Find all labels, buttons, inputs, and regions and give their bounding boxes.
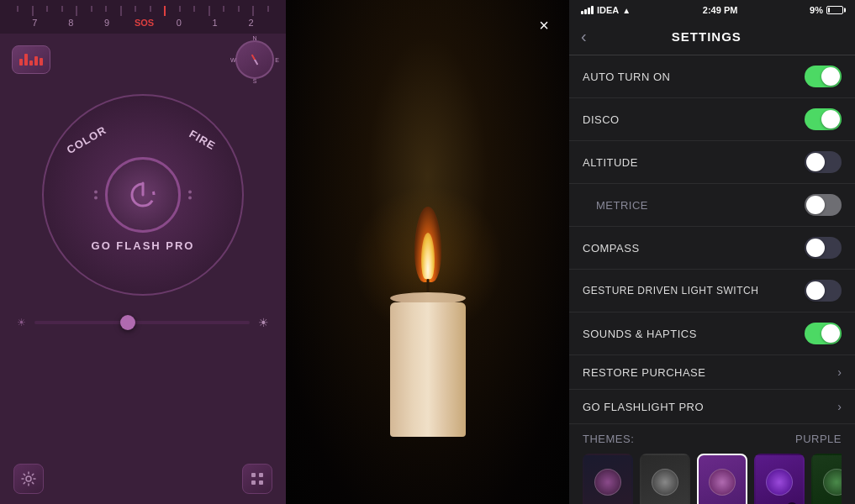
compass-west-label: W xyxy=(230,57,236,63)
signal-bar xyxy=(581,11,583,14)
settings-row-altitude: ALTITUDE xyxy=(569,141,855,184)
power-icon xyxy=(126,178,160,212)
wifi-icon: ▲ xyxy=(622,6,631,15)
eq-bar xyxy=(34,56,38,66)
ruler-label: 9 xyxy=(98,18,115,28)
brightness-slider[interactable] xyxy=(34,321,250,324)
ruler-marks: 7 8 9 SOS 0 1 2 xyxy=(8,6,277,28)
settings-row-restore[interactable]: RESTORE PURCHASE › xyxy=(569,355,855,390)
flame xyxy=(414,207,441,282)
eq-bar xyxy=(24,54,28,66)
theme-mini-wheel xyxy=(652,469,678,496)
fire-segment-label[interactable]: FIRE xyxy=(187,128,219,153)
settings-list: AUTO TURN ON DISCO ALTITUDE METRICE xyxy=(569,55,855,504)
compass-widget[interactable]: N S E W xyxy=(235,40,274,79)
svg-rect-6 xyxy=(259,480,263,485)
eq-bar xyxy=(40,58,43,66)
setting-label: GO FLASHLIGHT PRO xyxy=(583,401,704,413)
ruler-label: 2 xyxy=(242,18,259,28)
theme-mini-wheel xyxy=(594,469,621,496)
carrier-label: IDEA xyxy=(597,5,619,15)
settings-row-disco: DISCO xyxy=(569,98,855,141)
gear-icon xyxy=(21,471,36,486)
theme-dark-thumb[interactable] xyxy=(583,454,633,504)
color-segment-label[interactable]: COLOR xyxy=(65,123,108,156)
chevron-icon: › xyxy=(837,365,842,379)
theme-mini-wheel xyxy=(709,469,736,496)
brightness-low-icon: ☀ xyxy=(17,317,26,328)
compass-toggle[interactable] xyxy=(805,237,842,259)
altitude-toggle[interactable] xyxy=(805,151,842,173)
ruler-tick xyxy=(76,6,77,16)
gesture-toggle[interactable] xyxy=(805,280,842,302)
theme-violet-thumb[interactable]: 🔒 xyxy=(754,454,805,504)
nav-bar: ‹ SETTINGS xyxy=(569,18,855,55)
toggle-thumb xyxy=(821,324,840,343)
eq-bar xyxy=(29,60,33,66)
theme-mini-wheel xyxy=(766,469,793,496)
brightness-row: ☀ ☀ xyxy=(0,304,286,341)
power-button[interactable] xyxy=(105,157,181,233)
battery-percent: 9% xyxy=(810,5,823,15)
wheel-container: COLOR FIRE GO FLASH PRO xyxy=(42,94,244,296)
settings-row-gesture: GESTURE DRIVEN LIGHT SWITCH xyxy=(569,270,855,312)
theme-gray-thumb[interactable] xyxy=(640,454,690,504)
equalizer-button[interactable] xyxy=(12,45,50,74)
status-left: IDEA ▲ xyxy=(581,5,631,15)
ruler-tick xyxy=(32,6,34,16)
setting-label: DISCO xyxy=(583,113,620,126)
eq-bar xyxy=(19,59,23,66)
metrice-toggle[interactable] xyxy=(805,194,842,216)
settings-button[interactable] xyxy=(13,464,44,494)
candle-scene xyxy=(286,0,569,504)
ruler-tick xyxy=(61,6,63,12)
compass-north-label: N xyxy=(252,35,256,41)
ruler: 7 8 9 SOS 0 1 2 xyxy=(0,0,286,34)
signal-bar xyxy=(588,8,590,14)
ruler-tick xyxy=(208,6,210,16)
close-button[interactable]: × xyxy=(532,13,556,37)
ruler-tick xyxy=(46,6,48,12)
compass-needle xyxy=(251,54,259,65)
theme-purple-thumb[interactable] xyxy=(697,454,747,504)
themes-current-value: PURPLE xyxy=(795,433,842,445)
signal-bar xyxy=(584,9,587,14)
ruler-numbers: 7 8 9 SOS 0 1 2 xyxy=(8,16,277,28)
sos-indicator xyxy=(164,6,166,16)
setting-label: RESTORE PURCHASE xyxy=(583,366,705,379)
eq-bars xyxy=(19,54,43,66)
slider-thumb xyxy=(120,315,135,330)
themes-row: 🔒 🔒 xyxy=(583,454,842,504)
ruler-tick xyxy=(179,6,181,12)
sounds-toggle[interactable] xyxy=(805,323,842,344)
grid-icon xyxy=(250,471,265,486)
chevron-icon: › xyxy=(837,400,842,413)
flame-outer xyxy=(414,207,441,282)
back-button[interactable]: ‹ xyxy=(581,24,594,50)
auto-turn-on-toggle[interactable] xyxy=(805,66,842,87)
settings-panel: IDEA ▲ 2:49 PM 9% ‹ SETTINGS AUTO TURN O… xyxy=(569,0,855,504)
ruler-label: 7 xyxy=(26,18,43,28)
settings-row-metrice: METRICE xyxy=(569,184,855,227)
svg-point-2 xyxy=(26,476,31,481)
ruler-tick xyxy=(223,6,224,12)
flame-inner xyxy=(421,233,435,279)
ruler-lines xyxy=(8,6,277,16)
status-right: 9% xyxy=(810,5,843,15)
battery-icon xyxy=(826,6,843,14)
setting-label: METRICE xyxy=(596,199,648,212)
ruler-tick xyxy=(150,6,151,12)
setting-label: GESTURE DRIVEN LIGHT SWITCH xyxy=(583,285,758,297)
go-flash-segment-label[interactable]: GO FLASH PRO xyxy=(92,239,195,252)
grid-button[interactable] xyxy=(242,464,272,494)
theme-green-thumb[interactable]: 🔒 xyxy=(811,454,842,504)
control-area: COLOR FIRE GO FLASH PRO xyxy=(0,86,286,304)
ruler-tick xyxy=(252,6,254,16)
ruler-tick xyxy=(267,6,269,12)
disco-toggle[interactable] xyxy=(805,108,842,130)
candle-body xyxy=(390,302,466,437)
settings-row-sounds: SOUNDS & HAPTICS xyxy=(569,312,855,355)
settings-row-go-flashlight[interactable]: GO FLASHLIGHT PRO › xyxy=(569,390,855,424)
toggle-thumb xyxy=(806,239,825,257)
wheel-outer[interactable]: COLOR FIRE GO FLASH PRO xyxy=(42,94,244,296)
